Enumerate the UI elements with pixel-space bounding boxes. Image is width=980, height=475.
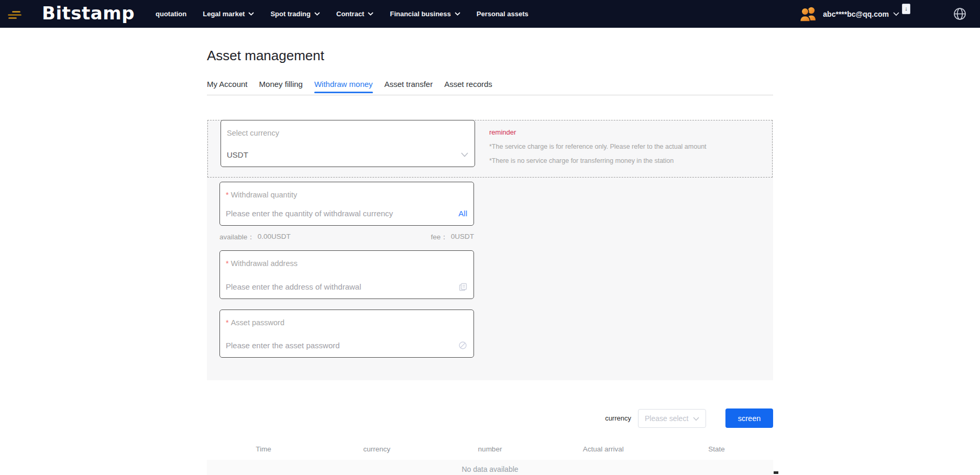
nav-item-financial-business[interactable]: Financial business [390, 10, 460, 18]
hamburger-menu-icon[interactable] [7, 11, 25, 19]
tab-money-filling[interactable]: Money filling [259, 80, 303, 93]
asset-tabs: My Account Money filling Withdraw money … [207, 80, 773, 93]
main-nav: quotation Legal market Spot trading Cont… [156, 10, 528, 18]
tab-asset-transfer[interactable]: Asset transfer [384, 80, 433, 93]
currency-and-reminder-region: Select currency USDT reminder *The servi… [207, 120, 773, 178]
column-header-number: number [433, 445, 546, 453]
user-avatar-icon [799, 6, 819, 22]
withdrawal-address-label: *Withdrawal address [226, 259, 467, 268]
reminder-line-2: *There is no service charge for transfer… [489, 157, 707, 164]
fee-label: fee： [431, 233, 447, 242]
currency-filter-placeholder: Please select [645, 414, 688, 423]
chevron-down-icon [461, 152, 468, 157]
asset-management-page: Asset management My Account Money fillin… [207, 48, 773, 475]
withdrawal-address-field: *Withdrawal address [219, 250, 474, 299]
tab-my-account[interactable]: My Account [207, 80, 248, 93]
currency-filter-label: currency [605, 414, 631, 422]
records-filter-row: currency Please select screen [207, 408, 773, 428]
reminder-title: reminder [489, 128, 707, 136]
eye-off-icon[interactable] [458, 341, 467, 350]
selected-currency-value: USDT [227, 150, 456, 159]
records-table-header: Time currency number Actual arrival Stat… [207, 445, 773, 453]
chevron-down-icon [693, 414, 699, 423]
reminder-block: reminder *The service charge is for refe… [489, 120, 707, 177]
withdrawal-quantity-label: *Withdrawal quantity [226, 191, 467, 199]
tab-withdraw-money[interactable]: Withdraw money [314, 80, 373, 93]
language-globe-icon[interactable] [953, 7, 966, 20]
asset-password-input[interactable] [226, 341, 453, 350]
cursor-artifact [774, 471, 778, 474]
tabs-divider [207, 95, 773, 95]
screen-button[interactable]: screen [725, 408, 773, 428]
available-value: 0.00USDT [258, 233, 291, 242]
withdrawal-address-input[interactable] [226, 282, 454, 291]
nav-item-personal-assets[interactable]: Personal assets [477, 10, 528, 18]
nav-item-spot-trading[interactable]: Spot trading [270, 10, 320, 18]
chevron-down-icon [248, 12, 254, 16]
asset-password-field: *Asset password [219, 310, 474, 358]
nav-item-legal-market[interactable]: Legal market [203, 10, 254, 18]
asset-password-label: *Asset password [226, 318, 467, 327]
currency-filter-select[interactable]: Please select [638, 409, 706, 428]
column-header-currency: currency [320, 445, 433, 453]
fee-value: 0USDT [451, 233, 474, 242]
brand-logo[interactable]: Bitstamp [42, 4, 135, 24]
column-header-time: Time [207, 445, 320, 453]
page-title: Asset management [207, 48, 773, 64]
nav-item-contract[interactable]: Contract [336, 10, 373, 18]
chevron-down-icon [314, 12, 320, 16]
download-icon[interactable]: ↓ [902, 4, 910, 14]
account-menu[interactable]: abc****bc@qq.com [799, 6, 899, 22]
topbar-right: abc****bc@qq.com ↓ [799, 6, 966, 22]
top-navigation-bar: Bitstamp quotation Legal market Spot tra… [0, 0, 980, 28]
select-currency-label: Select currency [227, 129, 468, 137]
column-header-state: State [660, 445, 773, 453]
chevron-down-icon [455, 12, 460, 16]
no-data-text: No data available [461, 465, 518, 473]
required-asterisk: * [226, 259, 229, 268]
tab-asset-records[interactable]: Asset records [444, 80, 492, 93]
chevron-down-icon [893, 12, 899, 16]
all-button[interactable]: All [458, 209, 467, 218]
withdraw-form-panel: Select currency USDT reminder *The servi… [207, 120, 773, 380]
required-asterisk: * [226, 318, 229, 327]
chevron-down-icon [368, 12, 373, 16]
withdrawal-quantity-field: *Withdrawal quantity All [219, 182, 474, 226]
required-asterisk: * [226, 191, 229, 199]
reminder-line-1: *The service charge is for reference onl… [489, 143, 707, 150]
account-email: abc****bc@qq.com [823, 10, 889, 18]
column-header-actual-arrival: Actual arrival [547, 445, 660, 453]
empty-table-row: No data available [207, 460, 773, 475]
available-fee-row: available： 0.00USDT fee： 0USDT [219, 233, 474, 242]
withdrawal-quantity-input[interactable] [226, 209, 458, 218]
select-currency-dropdown[interactable]: Select currency USDT [221, 120, 475, 167]
nav-item-quotation[interactable]: quotation [156, 10, 186, 18]
available-label: available： [219, 233, 255, 242]
copy-icon[interactable] [459, 283, 467, 291]
